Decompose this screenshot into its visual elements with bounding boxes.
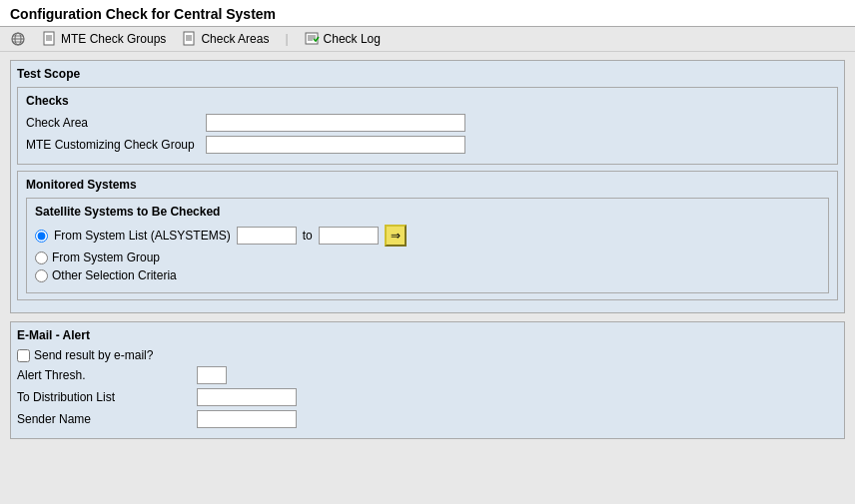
alert-thresh-row: Alert Thresh. bbox=[17, 366, 838, 384]
from-system-list-row: From System List (ALSYSTEMS) to ⇒ bbox=[35, 225, 820, 247]
arrow-icon: ⇒ bbox=[391, 229, 401, 243]
send-result-label: Send result by e-mail? bbox=[34, 348, 153, 362]
from-system-group-radio[interactable] bbox=[35, 252, 48, 264]
check-area-input[interactable] bbox=[206, 114, 465, 132]
satellite-systems-box: Satellite Systems to Be Checked From Sys… bbox=[26, 198, 829, 293]
send-result-row: Send result by e-mail? bbox=[17, 348, 838, 362]
from-system-list-to-input[interactable] bbox=[319, 227, 379, 245]
alert-thresh-input[interactable] bbox=[197, 366, 227, 384]
test-scope-section: Test Scope Checks Check Area MTE Customi… bbox=[10, 60, 845, 313]
check-log-btn[interactable]: Check Log bbox=[305, 31, 381, 47]
mte-customizing-input[interactable] bbox=[206, 136, 465, 154]
check-areas-icon bbox=[182, 31, 198, 47]
mte-check-groups-btn[interactable]: MTE Check Groups bbox=[42, 31, 166, 47]
mte-doc-icon bbox=[42, 31, 58, 47]
send-result-checkbox[interactable] bbox=[17, 349, 30, 362]
test-scope-title: Test Scope bbox=[17, 67, 838, 81]
check-areas-btn[interactable]: Check Areas bbox=[182, 31, 269, 47]
mte-check-groups-label: MTE Check Groups bbox=[61, 32, 166, 46]
from-system-group-label: From System Group bbox=[52, 251, 160, 264]
toolbar-separator: | bbox=[285, 32, 288, 46]
mte-customizing-label: MTE Customizing Check Group bbox=[26, 138, 206, 152]
main-content: Test Scope Checks Check Area MTE Customi… bbox=[0, 52, 855, 447]
sender-name-input[interactable] bbox=[197, 410, 297, 428]
sender-name-label: Sender Name bbox=[17, 412, 197, 426]
other-selection-label: Other Selection Criteria bbox=[52, 268, 177, 282]
to-distribution-list-label: To Distribution List bbox=[17, 390, 197, 404]
page-title: Configuration Check for Central System bbox=[10, 6, 845, 22]
check-areas-label: Check Areas bbox=[201, 32, 269, 46]
from-system-list-from-input[interactable] bbox=[237, 227, 297, 245]
other-selection-row: Other Selection Criteria bbox=[35, 268, 820, 282]
satellite-systems-title: Satellite Systems to Be Checked bbox=[35, 205, 820, 219]
to-distribution-list-input[interactable] bbox=[197, 388, 297, 406]
check-area-row: Check Area bbox=[26, 114, 829, 132]
monitored-systems-box: Monitored Systems Satellite Systems to B… bbox=[17, 171, 838, 300]
to-label: to bbox=[303, 229, 313, 243]
check-area-label: Check Area bbox=[26, 116, 206, 130]
from-system-group-row: From System Group bbox=[35, 251, 820, 264]
alert-thresh-label: Alert Thresh. bbox=[17, 368, 197, 382]
checks-box: Checks Check Area MTE Customizing Check … bbox=[17, 87, 838, 165]
check-log-label: Check Log bbox=[324, 32, 381, 46]
from-system-list-radio[interactable] bbox=[35, 230, 48, 243]
checks-title: Checks bbox=[26, 94, 829, 108]
globe-icon bbox=[10, 31, 26, 47]
email-alert-title: E-Mail - Alert bbox=[17, 328, 838, 342]
toolbar: MTE Check Groups Check Areas | Check Log bbox=[0, 27, 855, 52]
from-system-list-label: From System List (ALSYSTEMS) bbox=[54, 229, 231, 243]
other-selection-radio[interactable] bbox=[35, 269, 48, 282]
to-distribution-list-row: To Distribution List bbox=[17, 388, 838, 406]
arrow-button[interactable]: ⇒ bbox=[385, 225, 407, 247]
globe-icon-item[interactable] bbox=[10, 31, 26, 47]
mte-customizing-row: MTE Customizing Check Group bbox=[26, 136, 829, 154]
monitored-systems-title: Monitored Systems bbox=[26, 178, 829, 192]
check-log-icon bbox=[305, 31, 321, 47]
sender-name-row: Sender Name bbox=[17, 410, 838, 428]
email-alert-section: E-Mail - Alert Send result by e-mail? Al… bbox=[10, 321, 845, 439]
